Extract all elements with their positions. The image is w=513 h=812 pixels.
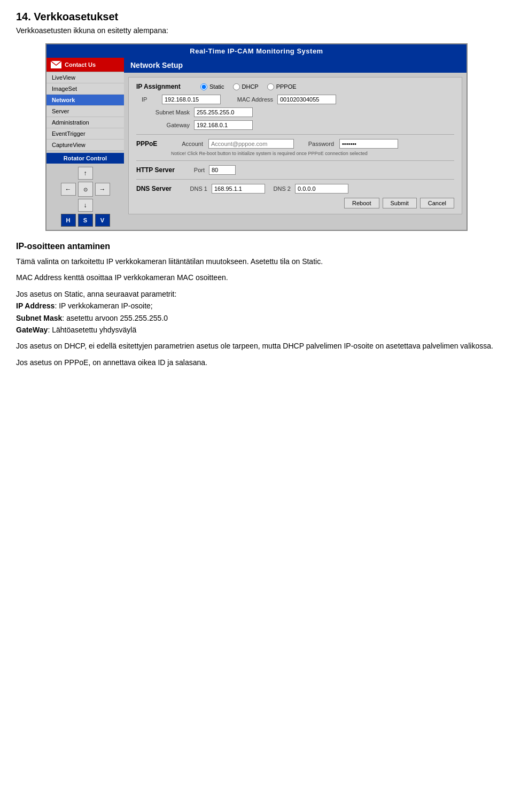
rotator-left-button[interactable]: ← — [61, 183, 76, 196]
port-label: Port — [186, 167, 205, 173]
gateway-field-label: Gateway — [142, 122, 190, 128]
paragraph4: Jos asetus on DHCP, ei edellä esitettyje… — [16, 340, 497, 352]
pppoe-section: PPPoE Account Password Notice! Click Re-… — [136, 139, 454, 156]
cam-titlebar: Real-Time IP-CAM Monitoring System — [46, 44, 467, 58]
ip-assignment-radio-group: Static DHCP PPPOE — [200, 83, 297, 90]
account-input[interactable] — [208, 139, 294, 149]
paragraph5: Jos asetus on PPPoE, on annettava oikea … — [16, 357, 497, 368]
sidebar-item-administration[interactable]: Administration — [46, 117, 124, 128]
dns2-input[interactable] — [295, 184, 348, 194]
ip-mac-row: IP MAC Address — [136, 95, 454, 104]
rotator-controls: ↑ ← ⊙ → ↓ H S — [46, 164, 124, 230]
password-input[interactable] — [339, 139, 398, 149]
paragraph2: MAC Address kenttä osoittaa IP verkkokam… — [16, 272, 497, 283]
cam-window: Real-Time IP-CAM Monitoring System Conta… — [45, 43, 468, 231]
http-server-row: HTTP Server Port — [136, 165, 454, 175]
ip-address-term: IP Address — [16, 301, 55, 310]
rotator-label: Rotator Control — [46, 153, 124, 164]
sidebar-item-captureview[interactable]: CaptureView — [46, 140, 124, 151]
http-server-label: HTTP Server — [136, 166, 182, 174]
subnet-row: Subnet Mask — [136, 107, 454, 117]
pppoe-label: PPPoE — [136, 140, 166, 148]
subnet-input[interactable] — [194, 107, 253, 117]
contact-us-label: Contact Us — [65, 61, 96, 68]
pppoe-notice: Notice! Click Re-boot button to initiali… — [171, 151, 454, 156]
pppoe-row: PPPoE Account Password — [136, 139, 454, 149]
radio-static-input[interactable] — [200, 83, 207, 90]
reboot-button[interactable]: Reboot — [344, 198, 379, 208]
port-input[interactable] — [209, 165, 236, 175]
sidebar-item-imageset[interactable]: ImageSet — [46, 83, 124, 95]
cam-main-panel: Network Setup IP Assignment Static — [124, 58, 467, 230]
ip-assignment-label: IP Assignment — [136, 83, 195, 90]
contact-us-button[interactable]: Contact Us — [46, 58, 124, 72]
rotator-right-button[interactable]: → — [95, 183, 110, 196]
rotator-down-button[interactable]: ↓ — [78, 199, 93, 212]
network-setup-header: Network Setup — [124, 58, 467, 73]
sidebar-item-network[interactable]: Network — [46, 95, 124, 106]
radio-pppoe-input[interactable] — [267, 83, 274, 90]
page-title: 14. Verkkoasetukset — [16, 11, 497, 23]
radio-dhcp[interactable]: DHCP — [233, 83, 259, 90]
gateway-term: GateWay — [16, 326, 48, 334]
subnet-field-label: Subnet Mask — [142, 109, 190, 115]
radio-pppoe-label: PPPOE — [276, 83, 297, 90]
subtitle-text: Verkkoasetusten ikkuna on esitetty alemp… — [16, 26, 497, 35]
cancel-button[interactable]: Cancel — [420, 198, 454, 208]
cam-sidebar: Contact Us LiveView ImageSet Network Ser… — [46, 58, 124, 230]
sidebar-item-server[interactable]: Server — [46, 106, 124, 117]
gateway-input[interactable] — [194, 120, 253, 130]
rotator-up-button[interactable]: ↑ — [78, 167, 93, 180]
dns2-label: DNS 2 — [269, 185, 291, 192]
section2-title: IP-osoitteen antaminen — [16, 242, 497, 251]
rotator-center-button[interactable]: ⊙ — [78, 182, 93, 197]
gateway-row: Gateway — [136, 120, 454, 130]
radio-dhcp-label: DHCP — [242, 83, 259, 90]
ip-field-label: IP — [142, 96, 158, 103]
radio-pppoe[interactable]: PPPOE — [267, 83, 297, 90]
radio-static[interactable]: Static — [200, 83, 224, 90]
subnet-mask-term: Subnet Mask — [16, 314, 62, 322]
rotator-h-button[interactable]: H — [61, 214, 76, 227]
submit-button[interactable]: Submit — [383, 198, 417, 208]
dns-server-label: DNS Server — [136, 185, 182, 192]
password-label: Password — [299, 141, 334, 147]
ip-assignment-row: IP Assignment Static DHCP — [136, 83, 454, 90]
account-label: Account — [171, 141, 203, 147]
paragraph1: Tämä valinta on tarkoitettu IP verkkokam… — [16, 256, 497, 267]
sidebar-item-eventtrigger[interactable]: EventTrigger — [46, 128, 124, 140]
sidebar-item-liveview[interactable]: LiveView — [46, 72, 124, 83]
paragraph3: Jos asetus on Static, anna seuraavat par… — [16, 288, 497, 336]
dns1-input[interactable] — [212, 184, 265, 194]
mac-field-label: MAC Address — [225, 96, 273, 103]
dns1-label: DNS 1 — [186, 185, 207, 192]
rotator-s-button[interactable]: S — [78, 214, 93, 227]
radio-dhcp-input[interactable] — [233, 83, 240, 90]
network-setup-panel: IP Assignment Static DHCP — [128, 77, 462, 214]
radio-static-label: Static — [209, 83, 224, 90]
dns-server-row: DNS Server DNS 1 DNS 2 — [136, 184, 454, 194]
mail-icon — [51, 61, 61, 68]
ip-input[interactable] — [162, 95, 221, 104]
button-row: Reboot Submit Cancel — [136, 198, 454, 208]
mac-input[interactable] — [277, 95, 336, 104]
rotator-v-button[interactable]: V — [95, 214, 110, 227]
